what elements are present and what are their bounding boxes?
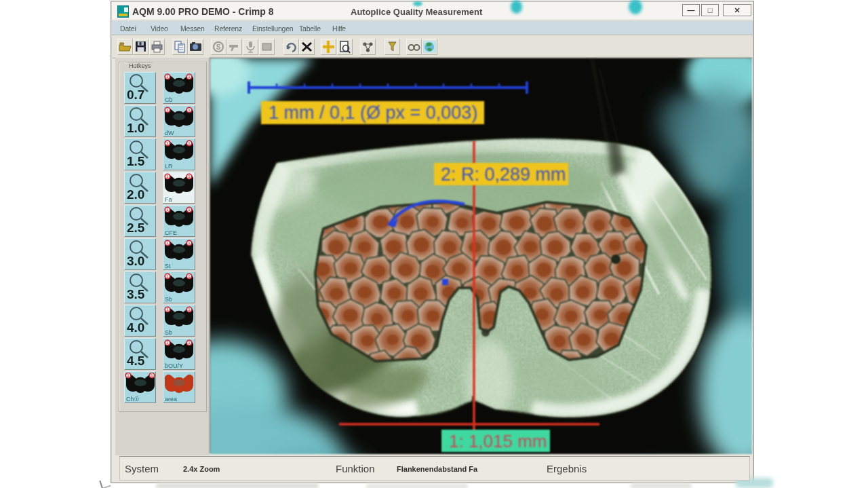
svg-text:S: S [216,43,221,51]
svg-text:2: R: 0,289 mm: 2: R: 0,289 mm [441,164,566,185]
svg-text:1 mm / 0,1 (Ø px = 0,003): 1 mm / 0,1 (Ø px = 0,003) [269,102,477,123]
svg-text:1: 1,015 mm: 1: 1,015 mm [449,431,547,451]
